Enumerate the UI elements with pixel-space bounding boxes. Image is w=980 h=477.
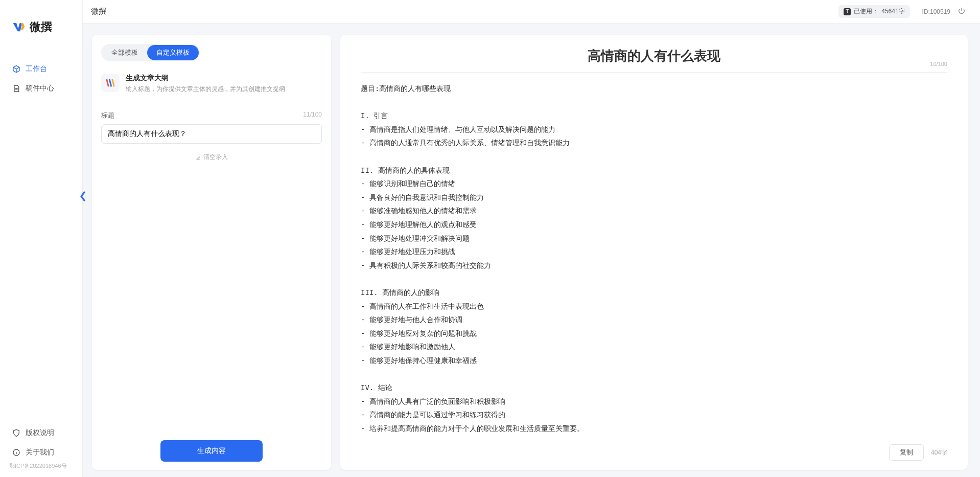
title-counter: 10/100: [930, 61, 947, 67]
template-card: 生成文章大纲 输入标题，为你提供文章主体的灵感，并为其创建推文提纲: [101, 74, 322, 94]
page-title: 微撰: [91, 7, 106, 16]
template-icon: [101, 74, 120, 92]
input-panel: 全部模板 自定义模板 生成文章大纲 输入标题，为你提供文章主体的灵感，并为其创建…: [92, 35, 331, 470]
nav-label: 关于我们: [26, 448, 54, 457]
info-icon: [12, 448, 20, 457]
template-title: 生成文章大纲: [126, 74, 285, 83]
output-footer: 复制 404字: [361, 437, 947, 461]
document-icon: [12, 84, 20, 93]
title-input[interactable]: [101, 124, 322, 144]
nav-item-drafts[interactable]: 稿件中心: [0, 79, 82, 98]
field-label: 标题: [101, 111, 114, 120]
word-count: 404字: [931, 448, 947, 457]
template-subtitle: 输入标题，为你提供文章主体的灵感，并为其创建推文提纲: [126, 85, 285, 94]
usage-value: 45641字: [881, 7, 904, 16]
template-tabs: 全部模板 自定义模板: [101, 44, 200, 61]
nav-label: 工作台: [26, 64, 47, 74]
logo: 微撰: [0, 0, 82, 45]
field-counter: 11/100: [303, 111, 322, 120]
title-field-block: 标题 11/100: [101, 111, 322, 144]
content: 全部模板 自定义模板 生成文章大纲 输入标题，为你提供文章主体的灵感，并为其创建…: [83, 24, 980, 477]
icp-text: 鄂ICP备2022016946号: [0, 462, 82, 473]
output-title-wrap: 高情商的人有什么表现 10/100: [361, 47, 947, 73]
copy-button[interactable]: 复制: [889, 444, 924, 461]
logo-icon: [12, 20, 26, 34]
usage-label: 已使用：: [854, 7, 878, 16]
user-id: ID:100519: [922, 8, 950, 15]
nav-item-about[interactable]: 关于我们: [0, 443, 82, 462]
nav-label: 版权说明: [26, 428, 54, 438]
tab-all-templates[interactable]: 全部模板: [102, 45, 147, 60]
logo-text: 微撰: [30, 19, 52, 35]
nav-item-copyright[interactable]: 版权说明: [0, 423, 82, 443]
power-icon[interactable]: [958, 7, 966, 16]
eraser-icon: [195, 154, 201, 161]
bottom-nav: 版权说明 关于我们 鄂ICP备2022016946号: [0, 423, 82, 477]
main-area: 微撰 T 已使用： 45641字 ID:100519 全部模板 自定义模板: [83, 0, 980, 477]
nav-item-workspace[interactable]: 工作台: [0, 59, 82, 79]
clear-input-button[interactable]: 清空录入: [101, 153, 322, 162]
topbar: 微撰 T 已使用： 45641字 ID:100519: [83, 0, 980, 24]
cube-icon: [12, 65, 20, 73]
usage-badge: T 已使用： 45641字: [838, 5, 909, 18]
generate-button[interactable]: 生成内容: [160, 440, 263, 462]
nav-label: 稿件中心: [26, 84, 54, 93]
tab-custom-templates[interactable]: 自定义模板: [147, 45, 199, 60]
sidebar-collapse-handle[interactable]: [78, 189, 87, 203]
output-title: 高情商的人有什么表现: [361, 47, 947, 65]
output-body: 题目:高情商的人有哪些表现 I. 引言 - 高情商是指人们处理情绪、与他人互动以…: [361, 82, 947, 437]
token-icon: T: [844, 8, 851, 15]
sidebar: 微撰 工作台 稿件中心 版权: [0, 0, 83, 477]
main-nav: 工作台 稿件中心: [0, 45, 82, 423]
shield-icon: [12, 429, 20, 437]
output-panel: 高情商的人有什么表现 10/100 题目:高情商的人有哪些表现 I. 引言 - …: [340, 35, 968, 470]
